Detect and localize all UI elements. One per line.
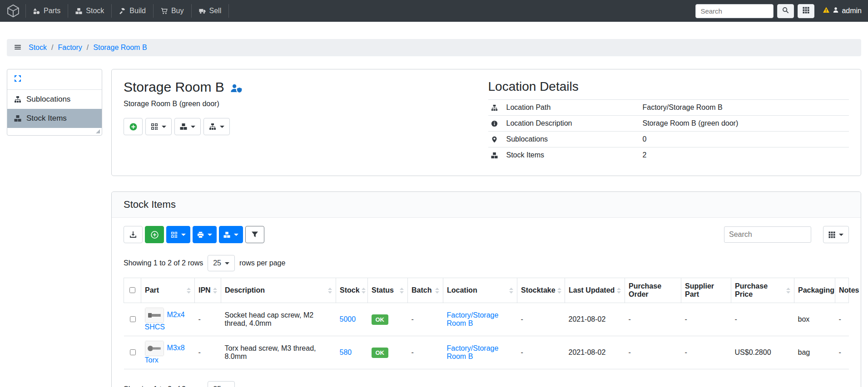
nav-item-build[interactable]: Build bbox=[111, 4, 153, 18]
column-header-supplier-part[interactable]: Supplier Part bbox=[681, 278, 731, 303]
pagination-top: Showing 1 to 2 of 2 rows 25 rows per pag… bbox=[124, 255, 849, 271]
qrcode-icon bbox=[151, 123, 158, 130]
print-actions-dropdown[interactable] bbox=[193, 226, 217, 243]
column-header-purchase-price[interactable]: Purchase Price bbox=[731, 278, 794, 303]
sitemap-icon bbox=[491, 104, 501, 111]
inventree-logo[interactable] bbox=[6, 4, 20, 18]
columns-dropdown[interactable] bbox=[823, 226, 849, 243]
stock-items-panel: Stock Items bbox=[111, 191, 861, 387]
page-title: Storage Room B bbox=[124, 79, 224, 95]
sort-icon[interactable] bbox=[328, 288, 332, 294]
detail-row: Sublocations 0 bbox=[488, 132, 849, 147]
sort-icon[interactable] bbox=[557, 288, 561, 294]
location-actions-dropdown[interactable] bbox=[203, 118, 230, 135]
filter-button[interactable] bbox=[245, 226, 264, 243]
table-search-input[interactable] bbox=[724, 226, 811, 243]
packaging-cell: box bbox=[794, 303, 835, 336]
stock-quantity-link[interactable]: 580 bbox=[340, 348, 352, 356]
stock-actions-dropdown[interactable] bbox=[174, 118, 201, 135]
stock-items-heading: Stock Items bbox=[112, 192, 861, 218]
navbar-user-menu[interactable]: admin bbox=[823, 6, 862, 15]
sort-icon[interactable] bbox=[187, 288, 191, 294]
content-column: Storage Room B Storage Room B (green doo… bbox=[111, 69, 861, 387]
breadcrumb-link-factory[interactable]: Factory bbox=[58, 44, 82, 52]
sidebar-item-stock-items[interactable]: Stock Items bbox=[7, 109, 102, 128]
sort-icon[interactable] bbox=[786, 288, 790, 294]
nav-item-stock[interactable]: Stock bbox=[68, 4, 111, 18]
navbar-search-button[interactable] bbox=[777, 4, 794, 18]
stock-quantity-link[interactable]: 5000 bbox=[340, 315, 356, 323]
detail-value: 2 bbox=[640, 147, 849, 163]
sort-icon[interactable] bbox=[400, 288, 404, 294]
notes-cell: - bbox=[835, 336, 849, 369]
page-size-dropdown[interactable]: 25 bbox=[208, 381, 235, 387]
pagination-bottom: Showing 1 to 2 of 2 rows 25 rows per pag… bbox=[124, 381, 849, 387]
filter-icon bbox=[251, 231, 258, 238]
breadcrumb-link-stock[interactable]: Stock bbox=[29, 44, 47, 52]
navbar-apps-button[interactable] bbox=[798, 4, 814, 18]
stocktake-cell: - bbox=[517, 303, 565, 336]
user-icon bbox=[833, 7, 839, 15]
part-thumbnail[interactable] bbox=[145, 341, 164, 356]
shapes-icon bbox=[33, 8, 40, 15]
column-header-packaging[interactable]: Packaging bbox=[794, 278, 835, 303]
stock-actions-dropdown[interactable] bbox=[219, 226, 243, 243]
column-header-location[interactable]: Location bbox=[443, 278, 517, 303]
user-shield-icon bbox=[230, 83, 242, 93]
nav-item-sell[interactable]: Sell bbox=[191, 4, 229, 18]
purchase-price-cell: US$0.2800 bbox=[731, 336, 794, 369]
cart-icon bbox=[161, 8, 168, 15]
column-header-stocktake[interactable]: Stocktake bbox=[517, 278, 565, 303]
nav-menu: Parts Stock Build Buy Sell bbox=[25, 0, 229, 22]
sort-icon[interactable] bbox=[362, 288, 366, 294]
detail-row: Location Path Factory/Storage Room B bbox=[488, 100, 849, 116]
select-all-checkbox[interactable] bbox=[129, 287, 135, 293]
column-header-status[interactable]: Status bbox=[368, 278, 408, 303]
barcode-actions-dropdown[interactable] bbox=[145, 118, 172, 135]
description-cell: Torx head screw, M3 thread, 8.0mm bbox=[221, 336, 336, 369]
column-header-batch[interactable]: Batch bbox=[408, 278, 443, 303]
navbar-search-input[interactable] bbox=[695, 4, 774, 18]
column-header-last-updated[interactable]: Last Updated bbox=[565, 278, 625, 303]
sort-icon[interactable] bbox=[617, 288, 621, 294]
barcode-actions-dropdown[interactable] bbox=[166, 226, 190, 243]
hamburger-icon bbox=[14, 44, 21, 52]
breadcrumb: Stock / Factory / Storage Room B bbox=[7, 39, 861, 56]
column-header-notes[interactable]: Notes bbox=[835, 278, 849, 303]
nav-item-parts[interactable]: Parts bbox=[25, 4, 68, 18]
detail-label: Location Path bbox=[504, 100, 640, 116]
row-checkbox[interactable] bbox=[130, 349, 136, 355]
grid-icon bbox=[803, 7, 809, 15]
column-header-part[interactable]: Part bbox=[141, 278, 195, 303]
part-thumbnail[interactable] bbox=[145, 308, 164, 323]
qrcode-icon bbox=[171, 231, 178, 238]
location-link[interactable]: Factory/Storage Room B bbox=[447, 311, 499, 327]
page-size-dropdown[interactable]: 25 bbox=[208, 255, 235, 271]
sort-icon[interactable] bbox=[435, 288, 439, 294]
row-checkbox[interactable] bbox=[130, 316, 136, 322]
sidebar-item-label: Stock Items bbox=[26, 114, 67, 123]
detail-label: Location Description bbox=[504, 116, 640, 132]
sidebar-item-sublocations[interactable]: Sublocations bbox=[7, 90, 102, 109]
location-details-heading: Location Details bbox=[488, 79, 849, 94]
column-header-description[interactable]: Description bbox=[221, 278, 336, 303]
sitemap-icon bbox=[209, 123, 216, 130]
column-header-ipn[interactable]: IPN bbox=[195, 278, 221, 303]
sidebar-expand-button[interactable] bbox=[7, 69, 102, 90]
column-header-purchase-order[interactable]: Purchase Order bbox=[625, 278, 681, 303]
location-actions-toolbar bbox=[124, 118, 486, 135]
sidebar-resize-handle[interactable] bbox=[96, 129, 100, 133]
sort-icon[interactable] bbox=[509, 288, 513, 294]
location-link[interactable]: Factory/Storage Room B bbox=[447, 344, 499, 360]
search-icon bbox=[782, 7, 789, 15]
sort-icon[interactable] bbox=[213, 288, 217, 294]
sidebar-toggle-button[interactable] bbox=[11, 42, 24, 54]
pagination-showing-text: Showing 1 to 2 of 2 rows bbox=[124, 385, 203, 387]
new-stock-item-button[interactable] bbox=[145, 226, 164, 243]
new-stock-item-button[interactable] bbox=[124, 118, 143, 135]
export-button[interactable] bbox=[124, 226, 143, 243]
nav-item-buy[interactable]: Buy bbox=[153, 4, 191, 18]
column-header-stock[interactable]: Stock bbox=[336, 278, 368, 303]
breadcrumb-link-storage-room-b[interactable]: Storage Room B bbox=[93, 44, 147, 52]
top-navbar: Parts Stock Build Buy Sell admin bbox=[0, 0, 868, 22]
